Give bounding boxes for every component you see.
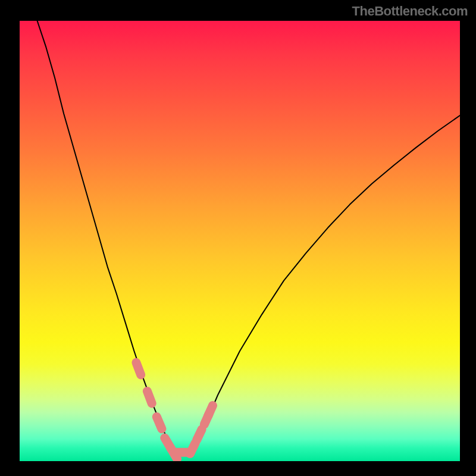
chart-container: TheBottleneck.com — [0, 0, 476, 476]
chart-svg — [20, 21, 460, 461]
marker-group — [136, 362, 213, 459]
marker-pill-left — [170, 447, 177, 459]
marker-pill-right — [204, 414, 209, 424]
marker-pill-right — [190, 443, 196, 454]
marker-pill-left — [165, 438, 171, 449]
marker-pill-left — [136, 362, 141, 375]
marker-pill-right — [197, 430, 202, 440]
marker-pill-left — [156, 417, 162, 429]
marker-pill-right — [208, 406, 212, 416]
marker-pill-left — [147, 391, 152, 403]
plot-area — [20, 21, 460, 461]
watermark-text: TheBottleneck.com — [352, 4, 468, 19]
v-curve — [37, 21, 460, 452]
